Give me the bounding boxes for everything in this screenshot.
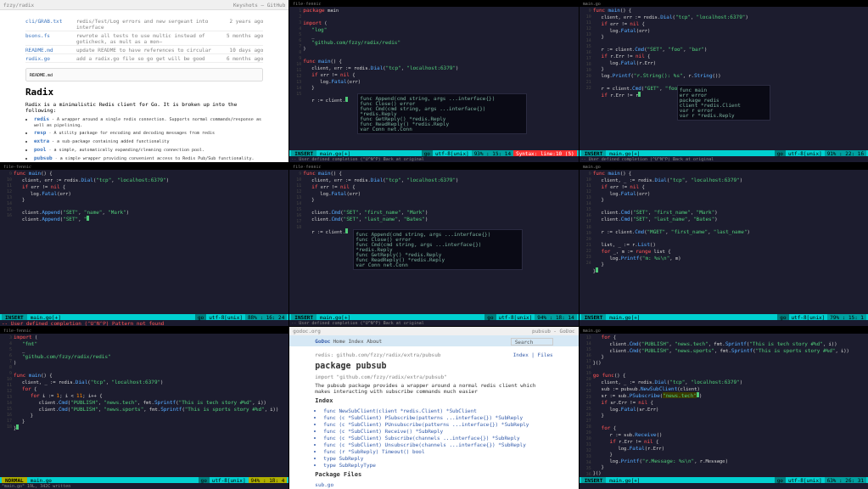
index-link[interactable]: func NewSubClient(client *redis.Client) … [323, 408, 552, 413]
editor-tile-4: file-fennic 9101112131415161718 func mai… [289, 163, 578, 325]
index-link[interactable]: func (r *SubReply) Timeout() bool [323, 448, 552, 454]
readme-item: pubsub - a simple wrapper providing conv… [34, 155, 263, 161]
code-area[interactable]: for { client.Cmd("PUBLISH", "news.tech",… [593, 334, 866, 477]
index-link[interactable]: func (c *SubClient) PUnsubscribe(pattern… [323, 421, 552, 427]
code-area[interactable]: func main() { client, err := redis.Dial(… [14, 170, 287, 313]
readme-tab[interactable]: README.md [25, 68, 263, 82]
editor-tile-5: main.go 9101112131415161718192021222324 … [580, 163, 868, 325]
completion-item[interactable]: var r *redis.Reply [680, 113, 768, 118]
index-link[interactable]: func (c *SubClient) Subscribe(channels .… [323, 435, 552, 441]
editor-tile-1: file-fennic 123456789101112131415 packag… [289, 0, 578, 162]
autocomplete-popup[interactable]: func Append(cmd string, args ...interfac… [357, 93, 527, 134]
file-row[interactable]: cli/GRAB.txtredis/Test/Log errors and ne… [25, 17, 263, 31]
editor-tile-2: main.go 910111213141516171819202122 func… [580, 0, 868, 162]
autocomplete-popup[interactable]: func Append(cmd string, args ...interfac… [353, 229, 523, 270]
gutter: 9101112131415161718192021222324 [580, 170, 591, 313]
package-title: package pubsub [315, 361, 552, 370]
import-stmt: import "github.com/fzzy/radix/extra/pubs… [315, 374, 552, 379]
gutter: 3456789101112131415161718 [0, 334, 12, 477]
editor-tab[interactable]: file-fennic [0, 163, 288, 170]
import-path: redis: github.com/fzzy/radix/extra/pubsu… [315, 351, 552, 357]
editor-tab[interactable]: main.go [580, 0, 868, 7]
readme-item: resp - A utility package for encoding an… [34, 129, 263, 136]
nav-link[interactable]: Index [348, 338, 367, 344]
file-row[interactable]: bsons.fsrewrote all tests to use multic … [25, 31, 263, 46]
editor-tab[interactable]: main.go [580, 163, 868, 170]
completion-item[interactable]: var Conn net.Conn [356, 262, 520, 267]
gutter: 123456789101112131415 [289, 7, 301, 150]
cmdline: -- User defined completion (^U^N^P) Patt… [0, 320, 288, 326]
index-heading: Index [315, 397, 552, 404]
code-area[interactable]: func main() { client, _ := redis.Dial("t… [593, 170, 866, 313]
search-input[interactable]: Search [511, 338, 553, 346]
github-readme-tile: fzzy/radix Keyshots — GitHub cli/GRAB.tx… [0, 0, 288, 162]
editor-tab[interactable]: main.go [580, 327, 868, 334]
keyshot-label: Keyshots — GitHub [233, 2, 285, 8]
statusline: INSERTmain.go[+]goutf-8[unix]63% : 26: 3… [580, 477, 868, 489]
gutter: 1314151617181920212223242526272829303132… [580, 334, 591, 477]
pkgfile-link[interactable]: sub.go [315, 481, 552, 487]
readme-item: redis - A wrapper around a single redis … [34, 115, 263, 127]
autocomplete-popup[interactable]: func mainerr errorpackage redisclient *r… [677, 85, 770, 121]
readme-item: pool - a simple, automatically expanding… [34, 146, 263, 153]
browser-chrome: godoc.org pubsub - GoDoc [289, 327, 578, 335]
file-row[interactable]: radix.goadd a radix.go file so go get wi… [25, 54, 263, 63]
nav-link[interactable]: Home [333, 338, 348, 344]
pkgfiles-heading: Package Files [315, 471, 552, 478]
file-row[interactable]: README.mdupdate README to have reference… [25, 46, 263, 54]
editor-tile-8: main.go 13141516171819202122232425262728… [580, 327, 868, 489]
index-list: func NewSubClient(client *redis.Client) … [323, 408, 552, 468]
index-link[interactable]: func (c *SubClient) Unsubscribe(channels… [323, 441, 552, 447]
index-link[interactable]: type SubReply [323, 455, 552, 461]
file-list: cli/GRAB.txtredis/Test/Log errors and ne… [25, 17, 263, 63]
statusline: INSERTmain.go[+]goutf-8[unix]79% : 15: 1 [580, 314, 868, 326]
code-area[interactable]: func main() { client, err := redis.Dial(… [593, 7, 866, 150]
readme-item: extra - a sub-package containing added f… [34, 138, 263, 144]
browser-chrome: fzzy/radix Keyshots — GitHub [0, 0, 288, 10]
editor-tile-3: file-fennic 910111213141516 func main() … [0, 163, 288, 325]
editor-tab[interactable]: file-fennic [0, 327, 288, 334]
index-link[interactable]: func (c *SubClient) Receive() *SubReply [323, 428, 552, 434]
godoc-tile: godoc.org pubsub - GoDoc GoDoc Home Inde… [289, 327, 578, 489]
editor-tab[interactable]: file-fennic [289, 163, 578, 170]
statusline: INSERTmain.go[+]goutf-8[unix]88% : 16: 2… [0, 314, 288, 326]
gutter: 910111213141516 [0, 170, 12, 313]
godoc-nav: GoDoc Home Index About Search [289, 335, 578, 346]
gutter: 9101112131415161718 [289, 170, 301, 313]
index-link[interactable]: type SubReplyType [323, 462, 552, 468]
completion-item[interactable]: var Conn net.Conn [360, 126, 524, 132]
editor-tile-6: file-fennic 3456789101112131415161718 im… [0, 327, 288, 489]
statusline: INSERTmain.go[+]goutf-8[unix]93% : 15: 1… [289, 150, 578, 162]
gutter: 910111213141516171819202122 [580, 7, 591, 150]
statusline: INSERTmain.go[+]goutf-8[unix]94% : 18: 1… [289, 314, 578, 326]
index-link[interactable]: func (c *SubClient) PSubscribe(patterns … [323, 414, 552, 420]
nav-link[interactable]: About [367, 338, 382, 344]
readme-intro: Radix is a minimalistic Redis client for… [25, 101, 263, 113]
statusline: INSERTmain.go[+]goutf-8[unix]91% : 22: 1… [580, 150, 868, 162]
readme-list: redis - A wrapper around a single redis … [34, 115, 263, 162]
editor-tab[interactable]: file-fennic [289, 0, 578, 7]
browser-tab[interactable]: fzzy/radix [3, 2, 34, 8]
package-desc: The pubsub package provides a wrapper ar… [315, 382, 552, 394]
code-area[interactable]: import ( "fmt" _ "github.com/fzzy/radix/… [14, 334, 287, 477]
statusline: NORMALmain.gogoutf-8[unix]94% : 18: 4 "m… [0, 477, 288, 489]
godoc-brand[interactable]: GoDoc [315, 338, 330, 344]
readme-title: Radix [25, 87, 263, 98]
